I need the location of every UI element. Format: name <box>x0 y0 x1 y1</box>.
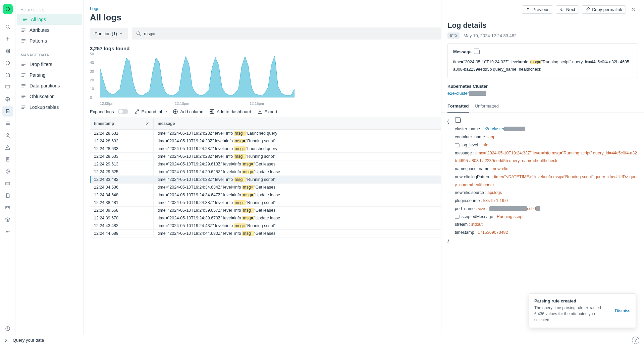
table-row[interactable]: 12:24:38.481time="2024-05-10T19:24:38Z" … <box>90 199 441 207</box>
table-row[interactable]: 12:24:34.648time="2024-05-10T19:24:34.64… <box>90 191 441 199</box>
search-input[interactable]: msg= <box>132 27 441 40</box>
logo-icon[interactable] <box>3 4 13 14</box>
json-value: newrelic <box>493 166 508 171</box>
sidebar-item-drop-filters[interactable]: Drop filters <box>15 59 84 70</box>
add-column-button[interactable]: Add column <box>173 109 203 114</box>
copy-permalink-button[interactable]: Copy permalink <box>582 5 626 14</box>
message-box: Message time="2024-05-10T19:24:33Z" leve… <box>447 43 638 78</box>
close-button[interactable] <box>629 5 638 14</box>
expand-logs-toggle[interactable]: Expand logs <box>90 109 128 114</box>
logs-rail-icon[interactable] <box>2 106 13 117</box>
card-rail-icon[interactable] <box>2 178 13 189</box>
json-key: container_name <box>455 135 485 139</box>
json-value: time="2024-05-10T19:24:33Z" level=info m… <box>455 151 637 163</box>
partition-selector[interactable]: Partition (1) <box>90 28 128 40</box>
tab-formatted[interactable]: Formatted <box>447 100 469 113</box>
json-value: vizier- <box>478 206 489 211</box>
table-row[interactable]: 12:24:34.636time="2024-05-10T19:24:34.63… <box>90 184 441 191</box>
svg-point-14 <box>6 231 7 232</box>
message-highlight: msg= <box>530 60 541 64</box>
sidebar-item-data-partitions[interactable]: Data partitions <box>15 80 84 91</box>
building-rail-icon[interactable] <box>2 154 13 165</box>
json-key: cluster_name <box>455 127 480 131</box>
previous-button[interactable]: Previous <box>522 5 553 14</box>
terminal-icon <box>5 338 10 343</box>
y-tick: 50 <box>90 52 94 56</box>
feedback-rail-icon[interactable] <box>2 323 13 334</box>
sidebar-item-label: Obfuscation <box>30 94 55 99</box>
arrow-down-icon <box>559 7 564 12</box>
hex-rail-icon[interactable] <box>2 58 13 68</box>
cell-message: time="2024-05-10T19:24:34.634Z" level=in… <box>154 184 441 191</box>
search-rail-icon[interactable] <box>2 21 13 32</box>
y-tick: 10 <box>90 87 94 91</box>
sidebar-group-logs: YOUR LOGS <box>15 6 84 14</box>
sidebar-item-patterns[interactable]: Patterns <box>15 36 84 46</box>
alert-rail-icon[interactable] <box>2 142 13 153</box>
sidebar-item-obfuscation[interactable]: Obfuscation <box>15 91 84 102</box>
svg-rect-5 <box>6 74 9 77</box>
apps-rail-icon[interactable] <box>2 46 13 56</box>
query-data-button[interactable]: Query your data <box>5 338 44 343</box>
table-row[interactable]: 12:24:43.482time="2024-05-10T19:24:43Z" … <box>90 222 441 230</box>
expand-table-button[interactable]: Expand table <box>134 109 167 114</box>
json-value: 1715369073482 <box>478 230 508 235</box>
svg-rect-6 <box>6 85 10 88</box>
list-rail-icon[interactable] <box>2 118 13 129</box>
next-label: Next <box>566 7 575 12</box>
export-button[interactable]: Export <box>257 109 277 114</box>
remove-column-icon[interactable] <box>145 122 149 126</box>
table-row[interactable]: 12:24:39.658time="2024-05-10T19:24:39.65… <box>90 207 441 214</box>
column-message[interactable]: message <box>154 118 441 129</box>
target-rail-icon[interactable] <box>2 166 13 177</box>
user-rail-icon[interactable] <box>2 130 13 141</box>
table-row[interactable]: 12:24:29.613time="2024-05-10T19:24:29.61… <box>90 160 441 168</box>
sidebar-item-lookup-tables[interactable]: Lookup tables <box>15 102 84 113</box>
json-key: timestamp <box>455 230 474 235</box>
export-label: Export <box>265 109 277 114</box>
plus-rail-icon[interactable] <box>2 33 13 44</box>
sidebar-item-attributes[interactable]: Attributes <box>15 25 84 36</box>
table-row[interactable]: 12:24:33.482time="2024-05-10T19:24:33Z" … <box>90 176 441 184</box>
export-icon <box>257 109 263 114</box>
sidebar-item-label: Parsing <box>30 72 45 78</box>
table-row[interactable]: 12:24:39.670time="2024-05-10T19:24:39.67… <box>90 214 441 222</box>
sidebar-item-label: Data partitions <box>30 83 60 88</box>
mail-rail-icon[interactable] <box>2 202 13 213</box>
table-row[interactable]: 12:24:28.631time="2024-05-10T19:24:28Z" … <box>90 130 441 137</box>
filter-icon <box>21 62 26 67</box>
file-rail-icon[interactable] <box>2 190 13 201</box>
breadcrumb[interactable]: Logs <box>90 6 441 11</box>
sidebar-item-all-logs[interactable]: All logs <box>17 14 82 25</box>
toast-title: Parsing rule created <box>534 298 611 303</box>
package-rail-icon[interactable] <box>2 70 13 80</box>
table-row[interactable]: 12:24:29.625time="2024-05-10T19:24:29.62… <box>90 168 441 176</box>
more-rail-icon[interactable] <box>2 226 13 237</box>
json-key: newrelic.logPattern <box>455 175 490 179</box>
dismiss-button[interactable]: Dismiss <box>615 308 631 313</box>
json-key: log_level <box>462 143 478 147</box>
stack-rail-icon[interactable] <box>2 214 13 225</box>
chevron-down-icon <box>119 31 123 36</box>
globe-rail-icon[interactable] <box>2 94 13 105</box>
table-row[interactable]: 12:24:28.632time="2024-05-10T19:24:28Z" … <box>90 137 441 145</box>
sidebar-item-label: Patterns <box>30 38 47 44</box>
copy-icon[interactable] <box>475 50 480 54</box>
copy-json-icon[interactable] <box>456 118 461 123</box>
table-row[interactable]: 12:24:28.633time="2024-05-10T19:24:28Z" … <box>90 145 441 153</box>
monitor-rail-icon[interactable] <box>2 82 13 92</box>
json-value[interactable]: e2e-cluster <box>484 127 504 131</box>
table-row[interactable]: 12:24:28.633time="2024-05-10T19:24:28Z" … <box>90 153 441 160</box>
cell-timestamp: 12:24:44.689 <box>90 230 154 237</box>
sidebar-item-parsing[interactable]: Parsing <box>15 70 84 80</box>
tab-unformatted[interactable]: Unformatted <box>475 100 499 113</box>
column-timestamp[interactable]: timestamp <box>90 118 154 129</box>
k8s-cluster-link[interactable]: e2e-clusterxxxxxxxx <box>447 91 486 96</box>
next-button[interactable]: Next <box>556 5 579 14</box>
column-timestamp-label: timestamp <box>94 121 114 126</box>
json-view: { cluster_name : e2e-clusterxxxxxxxxxx c… <box>441 113 644 250</box>
table-row[interactable]: 12:24:44.689time="2024-05-10T19:24:44.68… <box>90 230 441 237</box>
add-dashboard-button[interactable]: Add to dashboard <box>209 109 251 114</box>
cell-message: time="2024-05-10T19:24:28Z" level=info m… <box>154 145 441 152</box>
help-button[interactable]: ? <box>632 337 639 344</box>
